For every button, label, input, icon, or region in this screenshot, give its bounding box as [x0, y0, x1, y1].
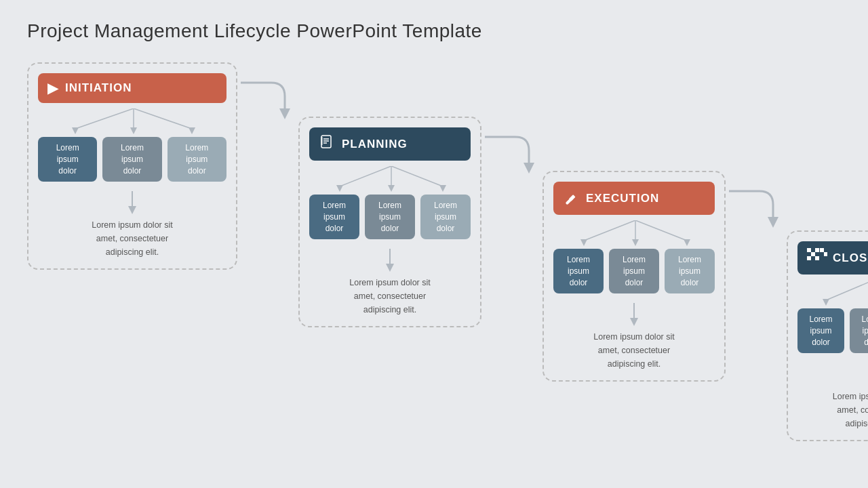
initiation-down-arrow — [125, 191, 139, 214]
planning-items: Lorem ipsum dolor Lorem ipsum dolor Lore… — [309, 195, 471, 239]
planning-item-1: Lorem ipsum dolor — [309, 195, 359, 239]
svg-rect-36 — [815, 248, 819, 252]
execution-header: EXECUTION — [553, 182, 715, 215]
planning-label: PLANNING — [342, 138, 408, 151]
execution-connector — [553, 220, 717, 246]
svg-marker-30 — [684, 239, 690, 246]
svg-line-2 — [134, 108, 192, 129]
svg-rect-42 — [815, 256, 819, 260]
svg-marker-8 — [279, 108, 290, 119]
closure-item-2: Lorem ipsum dolor — [850, 308, 868, 353]
arrow-3-4 — [726, 62, 787, 235]
connector-arrow-1 — [237, 69, 298, 123]
svg-marker-22 — [524, 163, 534, 174]
svg-line-16 — [391, 166, 443, 186]
initiation-item-1: Lorem ipsum dolor — [38, 137, 97, 182]
execution-label: EXECUTION — [586, 192, 659, 205]
arrow-2-3 — [481, 62, 542, 180]
svg-line-25 — [584, 220, 635, 241]
svg-marker-7 — [128, 206, 136, 214]
planning-header: PLANNING — [309, 127, 471, 161]
closure-label: CLOSURE — [833, 251, 868, 265]
execution-item-3: Lorem ipsum dolor — [665, 249, 715, 293]
closure-icon — [807, 248, 827, 268]
svg-marker-28 — [580, 239, 587, 246]
svg-marker-50 — [823, 299, 829, 306]
page-title: Project Management Lifecycle PowerPoint … — [27, 20, 841, 42]
svg-rect-40 — [807, 256, 811, 260]
planning-connector — [309, 166, 473, 192]
initiation-item-3: Lorem ipsum dolor — [167, 137, 226, 182]
execution-items: Lorem ipsum dolor Lorem ipsum dolor Lore… — [553, 249, 715, 293]
svg-marker-21 — [386, 264, 394, 272]
svg-rect-37 — [807, 252, 811, 256]
svg-rect-43 — [820, 248, 824, 252]
svg-rect-34 — [807, 248, 811, 252]
connector-arrow-2 — [481, 123, 542, 178]
execution-down-arrow — [627, 303, 641, 326]
svg-marker-29 — [632, 239, 639, 246]
svg-line-47 — [826, 280, 868, 300]
closure-description: Lorem ipsum dolor sit amet, consectetuer… — [797, 390, 868, 430]
svg-marker-19 — [439, 185, 446, 192]
svg-marker-33 — [768, 217, 778, 228]
phase-initiation: ▶ INITIATION Lorem ipsum dolor — [27, 62, 237, 270]
initiation-header: ▶ INITIATION — [38, 73, 226, 103]
initiation-label: INITIATION — [65, 81, 132, 95]
svg-rect-24 — [566, 197, 574, 205]
svg-line-14 — [340, 166, 391, 186]
svg-rect-38 — [811, 252, 815, 256]
execution-description: Lorem ipsum dolor sit amet, consectetuer… — [553, 330, 715, 371]
svg-rect-45 — [820, 252, 824, 256]
svg-marker-18 — [388, 185, 395, 192]
svg-marker-4 — [130, 127, 137, 134]
initiation-connector — [38, 108, 229, 134]
closure-item-1: Lorem ipsum dolor — [797, 308, 844, 353]
initiation-items: Lorem ipsum dolor Lorem ipsum dolor Lore… — [38, 137, 226, 182]
svg-rect-13 — [321, 137, 323, 145]
phase-execution: EXECUTION Lorem ipsum dolor Lorem ipsum … — [542, 171, 726, 382]
phase-closure: CLOSURE Lorem ipsum dolor Lorem ipsum do… — [787, 230, 868, 441]
svg-line-0 — [75, 108, 134, 129]
svg-rect-9 — [321, 136, 331, 148]
closure-connector — [797, 280, 868, 306]
svg-rect-35 — [811, 248, 815, 252]
arrow-1-2 — [237, 62, 298, 126]
planning-item-2: Lorem ipsum dolor — [365, 195, 415, 239]
execution-icon — [563, 188, 579, 208]
connector-arrow-3 — [726, 178, 787, 232]
execution-item-2: Lorem ipsum dolor — [609, 249, 659, 293]
slide: Project Management Lifecycle PowerPoint … — [0, 0, 868, 488]
planning-item-3: Lorem ipsum dolor — [420, 195, 471, 239]
svg-marker-32 — [630, 318, 638, 326]
svg-marker-17 — [336, 185, 343, 192]
initiation-icon: ▶ — [47, 80, 58, 96]
svg-marker-5 — [189, 127, 195, 134]
planning-icon — [319, 134, 335, 154]
svg-rect-39 — [815, 252, 819, 256]
initiation-description: Lorem ipsum dolor sit amet, consectetuer… — [38, 218, 226, 259]
phase-planning: PLANNING Lorem ipsum dolor Lorem ipsum d… — [298, 117, 481, 327]
closure-header: CLOSURE — [797, 241, 868, 274]
svg-line-27 — [635, 220, 687, 241]
svg-rect-44 — [824, 248, 827, 252]
svg-rect-41 — [811, 256, 815, 260]
closure-items: Lorem ipsum dolor Lorem ipsum dolor Lore… — [797, 308, 868, 353]
svg-rect-46 — [824, 252, 827, 256]
svg-marker-3 — [72, 127, 79, 134]
planning-down-arrow — [383, 249, 397, 272]
execution-item-1: Lorem ipsum dolor — [553, 249, 604, 293]
planning-description: Lorem ipsum dolor sit amet, consectetuer… — [309, 276, 471, 317]
initiation-item-2: Lorem ipsum dolor — [102, 137, 161, 182]
